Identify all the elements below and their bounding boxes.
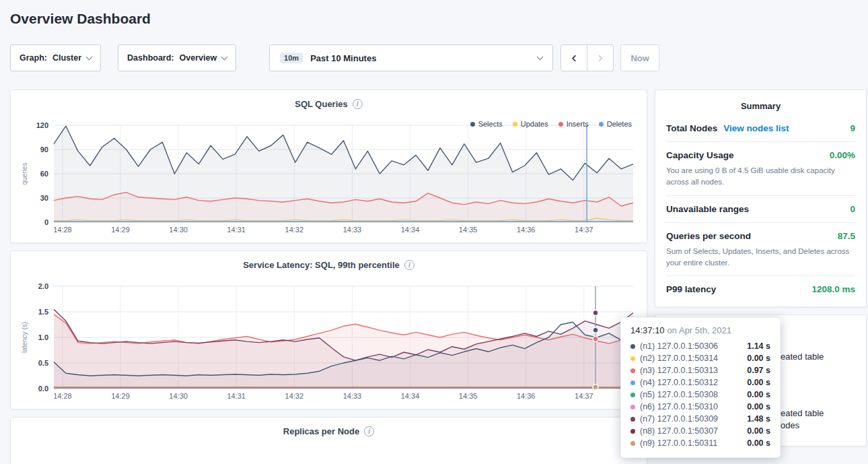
node-color-dot-icon [630, 441, 635, 446]
svg-text:90: 90 [40, 145, 48, 154]
svg-text:14:36: 14:36 [517, 392, 536, 400]
time-nav-group: ‹ › [560, 44, 614, 71]
time-range-picker[interactable]: 10m Past 10 Minutes [269, 44, 553, 71]
legend-item[interactable]: Selects [470, 120, 503, 128]
node-color-dot-icon [630, 393, 635, 397]
legend-dot-icon [513, 122, 517, 127]
tooltip-node-label: (n8) 127.0.0.1:50307 [640, 426, 718, 436]
tooltip-node-value: 1.14 s [747, 341, 770, 351]
legend-dot-icon [599, 122, 604, 127]
legend-item[interactable]: Deletes [599, 120, 632, 128]
summary-section-nodes: Total Nodes View nodes list 9 [666, 115, 855, 142]
node-color-dot-icon [630, 344, 635, 349]
chart-title: SQL Queries [295, 99, 348, 109]
svg-text:0: 0 [44, 218, 48, 226]
legend-label: Updates [521, 120, 548, 128]
summary-section-qps: Queries per second 87.5 Sum of Selects, … [666, 223, 855, 277]
tooltip-node-label: (n2) 127.0.0.1:50314 [640, 354, 718, 363]
svg-text:14:32: 14:32 [285, 392, 304, 400]
qps-label: Queries per second [666, 231, 751, 241]
tooltip-row: (n9) 127.0.0.1:503110.00 s [630, 437, 770, 449]
unavailable-ranges-value: 0 [850, 204, 855, 214]
svg-text:1.0: 1.0 [38, 333, 48, 341]
svg-text:0.0: 0.0 [38, 385, 48, 393]
svg-text:1.5: 1.5 [38, 308, 48, 316]
svg-text:14:29: 14:29 [111, 226, 130, 234]
graph-dropdown[interactable]: Graph: Cluster [10, 44, 101, 71]
svg-text:14:28: 14:28 [53, 226, 72, 234]
svg-text:14:31: 14:31 [227, 392, 246, 400]
unavailable-ranges-label: Unavailable ranges [666, 204, 749, 214]
svg-text:14:34: 14:34 [401, 226, 420, 234]
svg-text:14:29: 14:29 [111, 392, 130, 400]
svg-text:14:34: 14:34 [401, 392, 420, 400]
svg-text:14:30: 14:30 [169, 226, 188, 234]
total-nodes-label: Total Nodes [666, 123, 717, 133]
time-prev-button[interactable]: ‹ [560, 44, 587, 71]
legend-label: Deletes [607, 120, 632, 128]
time-range-label: Past 10 Minutes [310, 53, 376, 63]
legend-item[interactable]: Updates [513, 120, 548, 128]
tooltip-node-value: 0.00 s [747, 438, 770, 448]
tooltip-timestamp: 14:37:10on Apr 5th, 2021 [630, 325, 770, 335]
dashboard-dropdown-value: Overview [180, 53, 217, 63]
info-icon[interactable] [353, 99, 363, 109]
tooltip-node-label: (n1) 127.0.0.1:50306 [640, 341, 718, 351]
latency-chart[interactable]: 0.00.51.01.52.014:2814:2914:3014:3114:32… [20, 282, 637, 402]
tooltip-time: 14:37:10 [630, 325, 665, 335]
tooltip-row: (n5) 127.0.0.1:503080.00 s [630, 389, 770, 401]
svg-text:30: 30 [40, 194, 48, 202]
event-item: odes [781, 420, 799, 430]
tooltip-row: (n3) 127.0.0.1:503130.97 s [630, 364, 770, 376]
tooltip-node-value: 1.48 s [747, 414, 770, 424]
tooltip-row: (n2) 127.0.0.1:503140.00 s [630, 352, 770, 364]
legend-label: Inserts [567, 120, 589, 128]
svg-text:latency (s): latency (s) [21, 322, 28, 353]
info-icon[interactable] [364, 426, 374, 436]
svg-text:14:33: 14:33 [343, 226, 362, 234]
dashboard-dropdown-label: Dashboard: [127, 53, 174, 63]
svg-text:queries: queries [21, 163, 28, 185]
chevron-down-icon [537, 53, 544, 60]
svg-text:14:37: 14:37 [575, 392, 593, 400]
chart-title: Replicas per Node [283, 426, 359, 436]
tooltip-node-value: 0.00 s [747, 390, 770, 399]
svg-text:14:28: 14:28 [53, 392, 72, 400]
p99-latency-value: 1208.0 ms [811, 284, 855, 294]
now-button: Now [620, 44, 659, 71]
tooltip-node-label: (n3) 127.0.0.1:50313 [640, 366, 718, 375]
tooltip-node-label: (n7) 127.0.0.1:50309 [640, 414, 718, 424]
view-nodes-link[interactable]: View nodes list [723, 123, 789, 133]
svg-text:14:30: 14:30 [169, 392, 188, 400]
capacity-usage-label: Capacity Usage [666, 150, 734, 160]
tooltip-node-value: 0.00 s [747, 426, 770, 436]
chart-tooltip: 14:37:10on Apr 5th, 2021 (n1) 127.0.0.1:… [620, 317, 781, 458]
svg-text:14:37: 14:37 [575, 226, 593, 234]
sql-queries-chart[interactable]: 030609012014:2814:2914:3014:3114:3214:33… [20, 121, 637, 236]
chevron-down-icon [221, 53, 228, 60]
chart-title: Service Latency: SQL, 99th percentile [243, 260, 400, 270]
node-color-dot-icon [630, 356, 635, 361]
latency-chart-card: Service Latency: SQL, 99th percentile 0.… [10, 251, 647, 409]
dashboard-dropdown[interactable]: Dashboard: Overview [118, 44, 236, 71]
tooltip-node-value: 0.97 s [747, 366, 770, 375]
tooltip-row: (n1) 127.0.0.1:503061.14 s [630, 340, 770, 352]
tooltip-row: (n4) 127.0.0.1:503120.00 s [630, 376, 770, 389]
event-item: eated table [781, 408, 824, 418]
charts-column: SQL Queries SelectsUpdatesInsertsDeletes… [10, 90, 647, 464]
tooltip-node-label: (n6) 127.0.0.1:50310 [640, 402, 718, 411]
tooltip-row: (n7) 127.0.0.1:503091.48 s [630, 413, 770, 425]
node-color-dot-icon [630, 429, 635, 434]
capacity-usage-description: You are using 0 B of 4.5 GiB usable disk… [666, 165, 855, 189]
sql-queries-chart-card: SQL Queries SelectsUpdatesInsertsDeletes… [10, 90, 647, 243]
chevron-down-icon [86, 53, 93, 60]
legend-item[interactable]: Inserts [558, 120, 589, 128]
tooltip-node-value: 0.00 s [747, 354, 770, 363]
p99-latency-label: P99 latency [666, 284, 716, 294]
qps-description: Sum of Selects, Updates, Inserts, and De… [666, 246, 855, 269]
svg-text:14:31: 14:31 [227, 226, 246, 234]
summary-section-capacity: Capacity Usage 0.00% You are using 0 B o… [666, 142, 855, 196]
svg-text:0.5: 0.5 [38, 359, 48, 367]
node-color-dot-icon [630, 405, 635, 409]
info-icon[interactable] [404, 260, 414, 270]
